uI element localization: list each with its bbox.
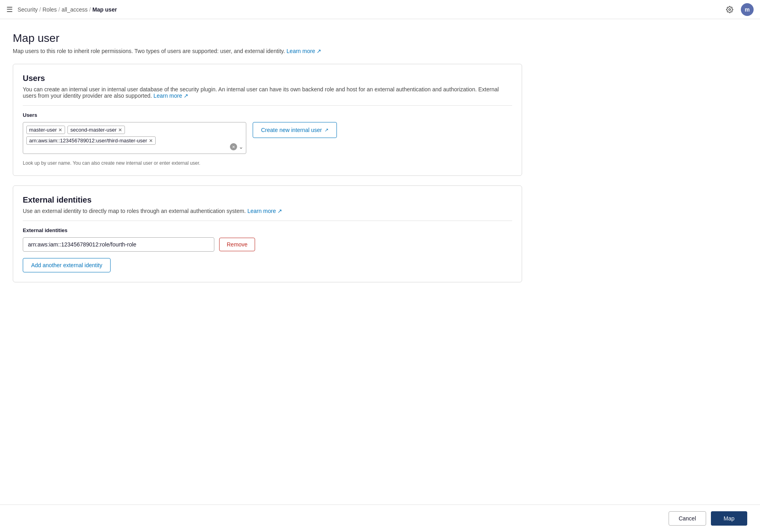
- remove-identity-button[interactable]: Remove: [219, 238, 255, 251]
- users-learn-more-link[interactable]: Learn more ↗: [154, 93, 188, 99]
- tag-second-master-user: second-master-user ✕: [67, 126, 125, 134]
- external-link-icon: ↗: [317, 48, 321, 54]
- settings-button[interactable]: [723, 3, 736, 16]
- breadcrumb-all-access[interactable]: all_access: [61, 6, 87, 13]
- main-content: Map user Map users to this role to inher…: [0, 19, 535, 301]
- ext-identity-input[interactable]: [23, 237, 214, 252]
- users-field-label: Users: [23, 112, 512, 118]
- tag-second-master-user-remove[interactable]: ✕: [118, 127, 122, 133]
- external-identities-section: External identities Use an external iden…: [13, 185, 522, 282]
- breadcrumb-roles[interactable]: Roles: [42, 6, 57, 13]
- page-description: Map users to this role to inherit role p…: [13, 48, 522, 54]
- page-learn-more-link[interactable]: Learn more ↗: [287, 48, 321, 54]
- users-external-link-icon: ↗: [184, 93, 188, 99]
- combobox-chevron-icon[interactable]: ⌄: [239, 144, 243, 150]
- add-external-identity-button[interactable]: Add another external identity: [23, 258, 111, 272]
- users-combobox[interactable]: master-user ✕ second-master-user ✕ arn:a…: [23, 122, 246, 154]
- breadcrumb: Security / Roles / all_access / Map user: [18, 6, 117, 13]
- tag-third-master-user-remove[interactable]: ✕: [149, 138, 153, 144]
- page-title: Map user: [13, 32, 522, 45]
- ext-learn-more-link[interactable]: Learn more ↗: [247, 208, 282, 214]
- top-nav: ☰ Security / Roles / all_access / Map us…: [0, 0, 760, 19]
- users-section-title: Users: [23, 74, 512, 83]
- ext-field-label: External identities: [23, 227, 512, 233]
- breadcrumb-map-user: Map user: [92, 6, 117, 13]
- avatar[interactable]: m: [741, 3, 754, 16]
- users-row: master-user ✕ second-master-user ✕ arn:a…: [23, 122, 512, 166]
- breadcrumb-security[interactable]: Security: [18, 6, 38, 13]
- create-internal-user-button[interactable]: Create new internal user ↗: [253, 122, 337, 138]
- combo-hint: Look up by user name. You can also creat…: [23, 160, 246, 166]
- tag-third-master-user: arn:aws:iam::123456789012:user/third-mas…: [26, 136, 156, 145]
- combobox-clear-button[interactable]: ✕: [230, 143, 237, 150]
- users-section: Users You can create an internal user in…: [13, 64, 522, 176]
- ext-section-title: External identities: [23, 195, 512, 205]
- users-section-desc: You can create an internal user in inter…: [23, 86, 512, 99]
- ext-identity-row: Remove: [23, 237, 512, 252]
- hamburger-icon[interactable]: ☰: [6, 5, 13, 14]
- svg-point-0: [729, 8, 731, 10]
- tag-master-user-remove[interactable]: ✕: [58, 127, 62, 133]
- tag-master-user: master-user ✕: [26, 126, 65, 134]
- ext-external-link-icon: ↗: [277, 208, 282, 214]
- create-btn-external-icon: ↗: [325, 127, 329, 133]
- combobox-controls: ✕ ⌄: [230, 143, 243, 150]
- ext-section-desc: Use an external identity to directly map…: [23, 208, 512, 214]
